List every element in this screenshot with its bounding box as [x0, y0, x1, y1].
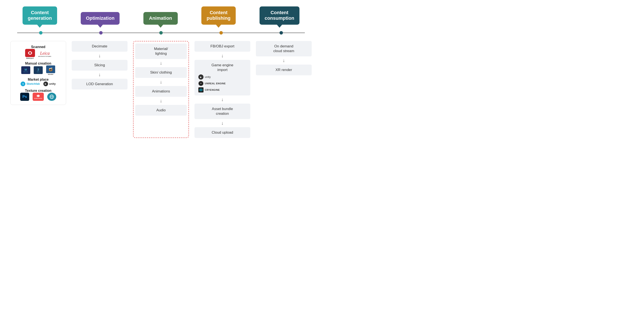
arrow-skin-animations: ↓ — [160, 80, 162, 84]
top-labels: Contentgeneration Optimization Animation… — [4, 6, 318, 25]
bubble-content-generation: Contentgeneration — [22, 6, 57, 25]
logo-blender: blender — [46, 65, 55, 75]
card-cloud-upload: Cloud upload — [194, 127, 250, 138]
card-fb-obj-export: FB/OBJ export — [194, 41, 250, 52]
logos-marketplace: S Sketchfab ▶ unity — [14, 81, 62, 86]
bubble-animation: Animation — [144, 12, 178, 24]
label-manual-creation: Manual creation — [14, 61, 62, 65]
dot-content-publishing — [220, 31, 223, 34]
card-lod-generation: LOD Generation — [72, 79, 128, 89]
dot-content-consumption — [280, 31, 283, 34]
category-content-publishing: Contentpublishing — [201, 6, 236, 25]
logo-worldcreator — [47, 93, 56, 101]
arrow-decimate-slicing: ↓ — [98, 53, 101, 58]
label-game-engine-import: Game engineimport — [212, 63, 233, 72]
dot-animation — [159, 31, 163, 34]
card-animations: Animations — [135, 86, 187, 97]
label-marketplace: Market place — [14, 78, 62, 81]
category-optimization: Optimization — [81, 12, 120, 24]
engine-cryengine: CRYENGINE — [198, 87, 220, 92]
arrow-material-skin: ↓ — [160, 61, 162, 65]
logo-matterport: Matterport — [25, 49, 35, 59]
logo-sketchfab: S Sketchfab — [20, 81, 40, 86]
column-animation: Material/lighting ↓ Skin/ clothing ↓ Ani… — [133, 41, 189, 138]
bubble-content-consumption: Contentconsumption — [260, 6, 300, 25]
logos-manual-creation: M MAYA 3 MAX — [14, 65, 62, 75]
card-skin-clothing: Skin/ clothing — [135, 67, 187, 78]
diagram: Contentgeneration Optimization Animation… — [0, 0, 322, 147]
bubble-optimization: Optimization — [81, 12, 120, 24]
arrow-asset-bundle-cloud: ↓ — [221, 121, 224, 125]
section-manual-creation: Manual creation M MAYA 3 — [14, 61, 62, 75]
column-content-consumption: On demandcloud stream ↓ XR render — [256, 41, 312, 138]
column-optimization: Decimate ↓ Slicing ↓ LOD Generation — [72, 41, 128, 138]
logo-unity: ▶ unity — [43, 81, 56, 86]
category-animation: Animation — [144, 12, 178, 24]
logos-scanned: Matterport Leica MICROSYSTEMS — [14, 49, 62, 59]
label-texture-creation: Texture creation — [14, 89, 62, 93]
columns: Scanned Matterport — [4, 41, 318, 138]
section-texture-creation: Texture creation Ps SUBSTA — [14, 89, 62, 101]
engine-unity: ▶ unity — [198, 74, 210, 80]
label-scanned: Scanned — [14, 45, 62, 49]
card-decimate: Decimate — [72, 41, 128, 52]
dot-optimization — [99, 31, 102, 34]
card-audio: Audio — [135, 105, 187, 116]
logos-texture-creation: Ps SUBSTANCE — [14, 93, 62, 101]
logo-maya: M MAYA — [21, 66, 30, 74]
category-content-consumption: Contentconsumption — [260, 6, 300, 25]
svg-point-1 — [50, 69, 52, 71]
logo-leica: Leica MICROSYSTEMS — [38, 51, 52, 57]
card-asset-bundle-creation: Asset bundlecreation — [194, 104, 250, 119]
arrow-animations-audio: ↓ — [160, 98, 162, 103]
category-content-generation: Contentgeneration — [22, 6, 57, 25]
svg-point-7 — [200, 89, 202, 90]
dot-content-generation — [39, 31, 42, 34]
timeline — [4, 31, 318, 34]
arrow-game-engine-asset-bundle: ↓ — [221, 97, 224, 102]
logo-photoshop: Ps — [20, 93, 29, 101]
bubble-content-publishing: Contentpublishing — [201, 6, 236, 25]
arrow-export-game-engine: ↓ — [221, 53, 224, 58]
engine-unreal: U UNREAL ENGINE — [198, 81, 226, 86]
card-game-engine-import: Game engineimport ▶ unity U UNREAL ENGIN… — [194, 60, 250, 95]
column-content-generation: Scanned Matterport — [10, 41, 66, 138]
logo-3dsmax: 3 MAX — [34, 66, 43, 74]
column-content-publishing: FB/OBJ export ↓ Game engineimport ▶ unit… — [194, 41, 250, 138]
card-material-lighting: Material/lighting — [135, 43, 187, 59]
content-gen-box: Scanned Matterport — [10, 41, 66, 105]
card-xr-render: XR render — [256, 64, 312, 75]
card-on-demand-cloud-stream: On demandcloud stream — [256, 41, 312, 56]
logo-substance: SUBSTANCE — [33, 93, 44, 101]
arrow-slicing-lod: ↓ — [98, 72, 101, 77]
section-marketplace: Market place S Sketchfab ▶ unity — [14, 78, 62, 86]
section-scanned: Scanned Matterport — [14, 45, 62, 59]
arrow-cloud-stream-xr: ↓ — [283, 58, 285, 63]
card-slicing: Slicing — [72, 60, 128, 71]
